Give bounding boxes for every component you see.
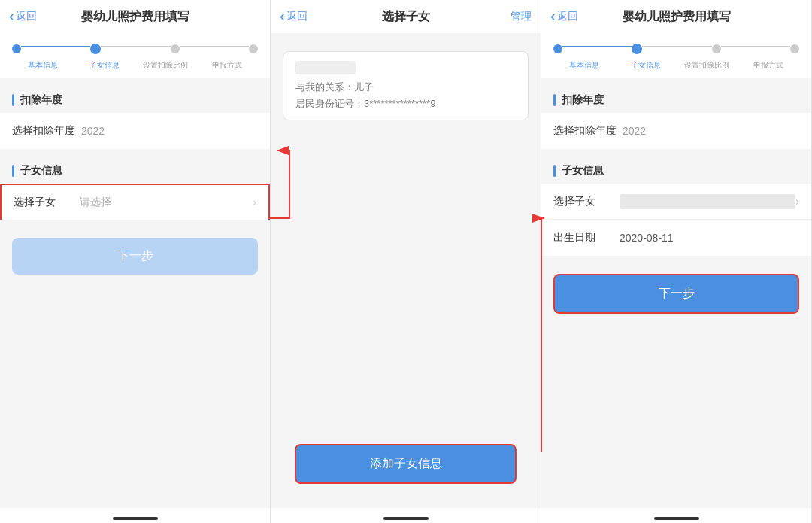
content-1: 扣除年度 选择扣除年度 2022 子女信息 选择子女 请选择 › 下一步 (0, 78, 270, 508)
step-dot-3-4 (790, 44, 799, 53)
step-label-3-4: 申报方式 (738, 57, 799, 71)
home-bar-2 (383, 517, 429, 520)
back-button-1[interactable]: 返回 (9, 8, 37, 25)
step-dot-1-2 (90, 44, 101, 54)
content-2: 与我的关系：儿子 居民身份证号：3****************9 (271, 33, 541, 420)
child-placeholder-1: 请选择 (80, 196, 253, 209)
form-row-child-1[interactable]: 选择子女 请选择 › (0, 184, 270, 220)
next-button-1[interactable]: 下一步 (12, 238, 258, 275)
panel-3: 返回 婴幼儿照护费用填写 基本信息 (541, 0, 812, 523)
step-label-3-2: 子女信息 (615, 57, 677, 71)
step-line-1-2 (101, 46, 170, 47)
content-3: 扣除年度 选择扣除年度 2022 子女信息 选择子女 › 出生日期 (541, 78, 811, 508)
year-value-1: 2022 (81, 125, 258, 137)
section-title-deduction-3: 扣除年度 (562, 93, 604, 107)
child-selected-3 (620, 194, 795, 209)
form-row-year-3[interactable]: 选择扣除年度 2022 (541, 113, 811, 149)
page-title-2: 选择子女 (382, 9, 430, 25)
step-label-3-1: 基本信息 (553, 57, 615, 71)
stepper-3: 基本信息 子女信息 设置扣除比例 申报方式 (541, 33, 811, 78)
step-label-1-1: 基本信息 (12, 57, 74, 71)
panel-2: 返回 选择子女 管理 与我的关系：儿子 居民身份证号：3************… (271, 0, 541, 523)
form-row-birth-3: 出生日期 2020-08-11 (541, 220, 811, 256)
chevron-icon-1: › (253, 196, 256, 209)
form-card-child-1: 选择子女 请选择 › (0, 184, 270, 220)
step-line-1-3 (180, 46, 249, 47)
step-label-3-3: 设置扣除比例 (677, 57, 738, 71)
child-card[interactable]: 与我的关系：儿子 居民身份证号：3****************9 (283, 51, 529, 120)
home-indicator-1 (0, 508, 270, 523)
step-line-1-1 (21, 46, 90, 47)
child-id: 居民身份证号：3****************9 (295, 97, 516, 111)
page-title-3: 婴幼儿照护费用填写 (623, 9, 731, 25)
home-indicator-2 (271, 508, 541, 523)
back-button-2[interactable]: 返回 (280, 8, 308, 25)
birth-value-3: 2020-08-11 (620, 232, 799, 244)
next-button-3[interactable]: 下一步 (553, 274, 799, 314)
child-id-label: 居民身份证号： (295, 98, 364, 109)
form-row-child-3[interactable]: 选择子女 › (541, 184, 811, 220)
step-label-1-2: 子女信息 (74, 57, 135, 71)
section-deduction-3: 扣除年度 (541, 84, 811, 113)
year-label-3: 选择扣除年度 (553, 124, 617, 138)
add-child-button[interactable]: 添加子女信息 (295, 444, 517, 484)
section-bar-child-3 (553, 165, 556, 177)
home-bar-1 (113, 517, 158, 520)
child-relation: 与我的关系：儿子 (295, 81, 516, 94)
nav-bar-2: 返回 选择子女 管理 (271, 0, 541, 33)
panel-1: 返回 婴幼儿照护费用填写 基本信息 (0, 0, 271, 523)
child-id-value: 3****************9 (364, 98, 435, 109)
step-dot-1-3 (171, 44, 180, 53)
section-deduction-1: 扣除年度 (0, 84, 270, 113)
child-label-1: 选择子女 (14, 196, 74, 209)
chevron-icon-3: › (795, 195, 799, 208)
form-card-year-3: 选择扣除年度 2022 (541, 113, 811, 149)
child-relation-value: 儿子 (354, 81, 374, 93)
form-card-year-1: 选择扣除年度 2022 (0, 113, 270, 149)
form-row-year-1[interactable]: 选择扣除年度 2022 (0, 113, 270, 149)
year-label-1: 选择扣除年度 (12, 124, 75, 138)
nav-bar-3: 返回 婴幼儿照护费用填写 (541, 0, 811, 33)
child-label-3: 选择子女 (553, 195, 614, 208)
stepper-1: 基本信息 子女信息 设置扣除比例 申报方式 (0, 33, 270, 78)
step-dot-3-1 (553, 44, 562, 53)
step-line-3-3 (721, 46, 790, 47)
section-bar-3 (553, 94, 556, 106)
home-indicator-3 (541, 508, 811, 523)
section-bar-child-1 (12, 165, 14, 177)
year-value-3: 2022 (623, 125, 799, 137)
nav-bar-1: 返回 婴幼儿照护费用填写 (0, 0, 270, 33)
section-title-child-3: 子女信息 (562, 164, 604, 178)
home-bar-3 (654, 517, 699, 520)
form-card-child-3: 选择子女 › 出生日期 2020-08-11 (541, 184, 811, 256)
child-relation-label: 与我的关系： (295, 81, 354, 93)
page-title-1: 婴幼儿照护费用填写 (81, 9, 189, 25)
step-label-1-4: 申报方式 (196, 57, 258, 71)
step-dot-1-4 (249, 44, 258, 53)
step-dot-1-1 (12, 44, 21, 53)
step-label-1-3: 设置扣除比例 (135, 57, 197, 71)
section-child-1: 子女信息 (0, 155, 270, 184)
step-line-3-2 (642, 46, 711, 47)
section-title-child-1: 子女信息 (20, 164, 62, 178)
section-title-deduction-1: 扣除年度 (20, 93, 62, 107)
section-bar-1 (12, 94, 14, 106)
step-dot-3-3 (712, 44, 721, 53)
step-dot-3-2 (632, 44, 642, 54)
section-child-3: 子女信息 (541, 155, 811, 184)
step-line-3-1 (562, 46, 632, 47)
child-name (295, 61, 356, 74)
back-button-3[interactable]: 返回 (550, 8, 578, 25)
birth-label-3: 出生日期 (553, 231, 614, 245)
manage-button[interactable]: 管理 (511, 10, 532, 23)
